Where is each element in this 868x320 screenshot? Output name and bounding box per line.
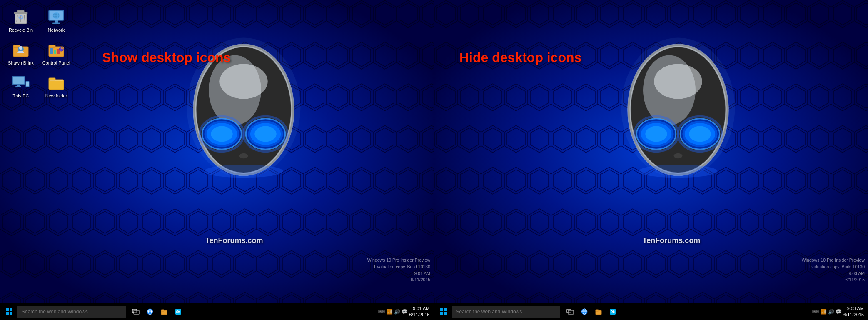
tray-volume-right: 🔊 <box>828 309 834 315</box>
svg-rect-96 <box>568 310 574 314</box>
svg-point-54 <box>239 153 248 159</box>
watermark-time-left: 9:01 AM <box>367 270 430 277</box>
taskbar-left: 🛍 ⌨ 📶 🔊 💬 9:01 AM 6/11/2015 <box>0 303 434 320</box>
watermark-date-right: 6/11/2015 <box>802 277 865 283</box>
tray-network-left: 📶 <box>387 309 393 315</box>
svg-point-74 <box>673 153 682 159</box>
tenforums-text-right: TenForums.com <box>643 236 701 245</box>
taskbar-right: 🛍 ⌨ 📶 🔊 💬 9:03 AM 6/11/2015 <box>434 303 868 320</box>
start-button-right[interactable] <box>436 304 451 319</box>
recycle-bin-label: Recycle Bin <box>9 28 33 33</box>
alien-head-right <box>611 33 745 208</box>
alien-svg-right <box>611 33 745 208</box>
tray-keyboard-right: ⌨ <box>812 309 819 315</box>
this-pc-svg <box>12 73 30 91</box>
svg-point-51 <box>254 126 277 142</box>
svg-text:♻: ♻ <box>18 14 24 21</box>
tray-keyboard-left: ⌨ <box>378 309 385 315</box>
svg-rect-34 <box>49 78 55 80</box>
svg-rect-2 <box>17 10 24 12</box>
explorer-icon-right[interactable] <box>593 306 604 318</box>
svg-point-32 <box>27 86 28 87</box>
svg-point-19 <box>19 46 22 50</box>
watermark-line2-right: Evaluation copy. Build 10130 <box>802 264 865 270</box>
network-label: Network <box>48 28 65 33</box>
taskbar-right-right-area: ⌨ 📶 🔊 💬 9:03 AM 6/11/2015 <box>812 305 868 318</box>
control-panel-svg <box>47 40 65 58</box>
network-svg <box>47 7 65 25</box>
svg-point-61 <box>654 64 702 99</box>
start-button-left[interactable] <box>2 304 17 319</box>
clock-left: 9:01 AM 6/11/2015 <box>409 305 432 318</box>
svg-point-45 <box>211 126 233 142</box>
new-folder-label: New folder <box>45 93 67 99</box>
ie-icon-right[interactable] <box>579 306 590 318</box>
svg-rect-23 <box>54 50 56 54</box>
taskbar-icons-right: 🛍 <box>561 306 622 318</box>
tray-msg-right: 💬 <box>836 309 842 315</box>
svg-point-65 <box>645 126 667 142</box>
shawn-brink-label: Shawn Brink <box>8 60 34 66</box>
clock-right: 9:03 AM 6/11/2015 <box>843 305 866 318</box>
task-view-icon-right[interactable] <box>564 306 576 318</box>
watermark-line1-left: Windows 10 Pro Insider Preview <box>367 257 430 264</box>
svg-rect-28 <box>17 85 20 86</box>
svg-rect-21 <box>49 45 55 48</box>
svg-rect-93 <box>440 312 443 315</box>
store-icon-right[interactable]: 🛍 <box>607 306 619 318</box>
tray-msg-left: 💬 <box>402 309 408 315</box>
new-folder-svg <box>47 73 65 91</box>
clock-date-right: 6/11/2015 <box>843 312 864 318</box>
icon-row-top: ♻ Recycle Bin <box>4 4 73 35</box>
svg-rect-91 <box>440 308 443 311</box>
show-desktop-label: Show desktop icons <box>102 50 231 65</box>
svg-rect-27 <box>13 77 24 84</box>
svg-rect-103 <box>596 310 599 311</box>
tray-volume-left: 🔊 <box>394 309 400 315</box>
svg-rect-77 <box>10 308 12 311</box>
svg-rect-88 <box>161 310 164 311</box>
svg-rect-29 <box>15 86 21 87</box>
desktop-icons-left: ♻ Recycle Bin <box>4 4 73 101</box>
task-view-icon-left[interactable] <box>130 306 142 318</box>
control-panel-icon[interactable]: Control Panel <box>40 37 73 68</box>
this-pc-icon[interactable]: This PC <box>4 70 37 101</box>
watermark-line1-right: Windows 10 Pro Insider Preview <box>802 257 865 264</box>
svg-rect-9 <box>55 20 58 22</box>
svg-rect-10 <box>52 22 60 24</box>
svg-rect-35 <box>50 80 63 81</box>
svg-rect-22 <box>50 48 53 54</box>
network-icon[interactable]: Network <box>40 4 73 35</box>
tray-icons-right: ⌨ 📶 🔊 💬 <box>812 309 842 315</box>
user-icon[interactable]: Shawn Brink <box>4 37 37 68</box>
search-input-left[interactable] <box>17 306 126 318</box>
svg-rect-94 <box>444 312 447 315</box>
watermark-line2-left: Evaluation copy. Build 10130 <box>367 264 430 270</box>
tray-icons-left: ⌨ 📶 🔊 💬 <box>378 309 408 315</box>
user-svg <box>12 40 30 58</box>
clock-time-right: 9:03 AM <box>843 305 864 312</box>
taskbar-right-area-left: ⌨ 📶 🔊 💬 9:01 AM 6/11/2015 <box>378 305 434 318</box>
taskbar-right-left-area: 🛍 <box>434 304 813 319</box>
recycle-bin-svg: ♻ <box>12 7 30 25</box>
right-screen: Hide desktop icons <box>434 0 868 303</box>
taskbar-left-area: 🛍 <box>0 304 378 319</box>
svg-rect-78 <box>6 312 9 315</box>
this-pc-label: This PC <box>12 93 29 99</box>
icon-row-middle: Shawn Brink <box>4 37 73 68</box>
store-icon-left[interactable]: 🛍 <box>172 306 184 318</box>
tenforums-text-left: TenForums.com <box>205 236 263 245</box>
clock-date-left: 6/11/2015 <box>409 312 430 318</box>
watermark-date-left: 6/11/2015 <box>367 277 430 283</box>
ie-icon-left[interactable] <box>144 306 156 318</box>
explorer-icon-left[interactable] <box>158 306 170 318</box>
svg-point-55 <box>204 165 283 178</box>
clock-time-left: 9:01 AM <box>409 305 430 312</box>
new-folder-icon[interactable]: New folder <box>40 70 73 101</box>
icon-row-bottom: This PC New folder <box>4 70 73 101</box>
svg-rect-31 <box>26 82 29 86</box>
recycle-bin-icon[interactable]: ♻ Recycle Bin <box>4 4 37 35</box>
win-watermark-right: Windows 10 Pro Insider Preview Evaluatio… <box>802 257 865 283</box>
search-input-right[interactable] <box>452 306 560 318</box>
control-panel-label: Control Panel <box>42 60 70 66</box>
